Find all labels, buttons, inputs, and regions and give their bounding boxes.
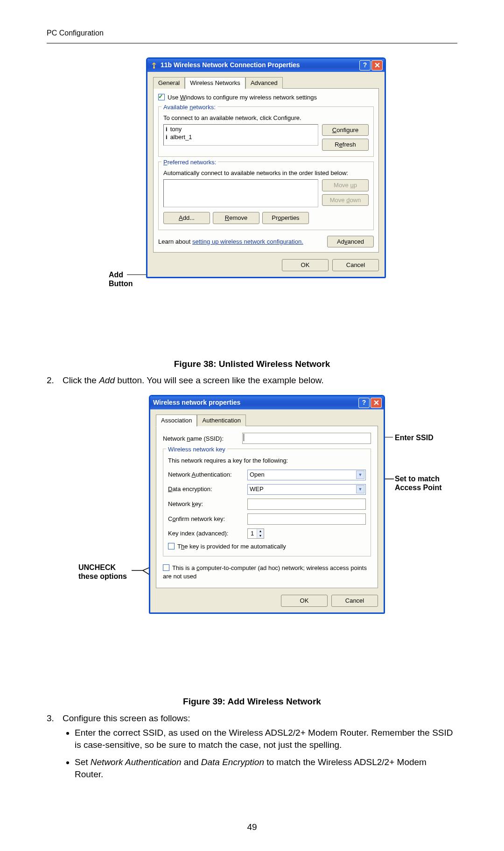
tab-wireless[interactable]: Wireless Networks <box>185 77 245 90</box>
running-head: PC Configuration <box>47 28 457 38</box>
ssid-input[interactable] <box>242 433 371 444</box>
page-number: 49 <box>0 821 504 833</box>
header-rule <box>47 43 457 43</box>
tab-general[interactable]: General <box>153 77 185 89</box>
tab-authentication[interactable]: Authentication <box>197 415 245 427</box>
document-page: PC Configuration Add Button 11b Wireless… <box>0 0 504 851</box>
help-button[interactable]: ? <box>358 398 370 408</box>
network-key-input[interactable] <box>247 499 366 510</box>
group-preferred: Preferred networks: Automatically connec… <box>158 162 374 230</box>
tab-row: AssociationAuthentication <box>156 414 378 427</box>
checkbox-adhoc[interactable] <box>163 564 169 571</box>
step-number: 3. <box>47 712 63 724</box>
tab-advanced[interactable]: Advanced <box>245 77 283 89</box>
configure-button[interactable]: Configure <box>322 124 369 136</box>
confirm-key-input[interactable] <box>247 513 366 525</box>
help-button[interactable]: ? <box>359 60 371 70</box>
key-help: This network requires a key for the foll… <box>168 457 366 465</box>
list-item[interactable]: albert_1 <box>170 134 192 141</box>
remove-button[interactable]: Remove <box>213 212 259 224</box>
titlebar-text: Wireless network properties <box>153 398 357 407</box>
tab-row: GeneralWireless NetworksAdvanced <box>153 77 379 89</box>
step-3-text: Configure this screen as follows: <box>63 712 190 724</box>
use-windows-row[interactable]: Use Windows to configure my wireless net… <box>158 93 374 102</box>
group-available: Available networks: To connect to an ava… <box>158 106 374 157</box>
wireless-icon <box>150 62 158 69</box>
close-button[interactable] <box>371 60 383 70</box>
bullet-list: Enter the correct SSID, as used on the W… <box>75 727 457 781</box>
step-number: 2. <box>47 374 63 387</box>
moveup-button[interactable]: Move up <box>322 179 369 191</box>
dialog-wireless-network-properties: Wireless network properties ? Associatio… <box>149 395 385 614</box>
preferred-networks-list[interactable] <box>163 179 318 207</box>
figure-38-caption: Figure 38: Unlisted Wireless Network <box>47 358 457 370</box>
callout-add-button: Add Button <box>109 270 133 288</box>
adhoc-row[interactable]: This is a computer-to-computer (ad hoc) … <box>163 564 371 580</box>
titlebar: 11b Wireless Network Connection Properti… <box>147 59 385 72</box>
bullet-item: Enter the correct SSID, as used on the W… <box>75 727 457 751</box>
dialog-wireless-properties: 11b Wireless Network Connection Properti… <box>146 57 386 278</box>
group-wireless-key: Wireless network key This network requir… <box>163 449 371 556</box>
properties-button[interactable]: Properties <box>262 212 309 224</box>
callout-set-to-match: Set to matchAccess Point <box>395 474 441 492</box>
ok-button[interactable]: OK <box>281 595 328 607</box>
close-icon <box>375 63 380 68</box>
preferred-help: Automatically connect to available netwo… <box>163 169 369 177</box>
ssid-row: Network name (SSID): <box>163 433 371 444</box>
advanced-button[interactable]: Advanced <box>327 236 374 248</box>
learn-link[interactable]: setting up wireless network configuratio… <box>192 238 303 245</box>
titlebar-text: 11b Wireless Network Connection Properti… <box>161 61 358 70</box>
network-item-icon: i <box>166 134 168 141</box>
close-button[interactable] <box>371 398 382 408</box>
figure-38-wrap: Add Button 11b Wireless Network Connecti… <box>47 57 457 356</box>
callout-enter-ssid: Enter SSID <box>395 433 434 442</box>
tab-association[interactable]: Association <box>156 415 197 427</box>
callout-uncheck: UNCHECKthese options <box>78 563 127 581</box>
data-encryption-select[interactable]: WEP ▼ <box>247 484 366 495</box>
list-item[interactable]: tony <box>170 126 182 133</box>
chevron-up-icon: ▲ <box>257 529 264 534</box>
ok-button[interactable]: OK <box>282 259 329 271</box>
figure-39-wrap: Enter SSID Set to matchAccess Point UNCH… <box>47 395 457 694</box>
cancel-button[interactable]: Cancel <box>331 595 378 607</box>
learn-text: Learn about setting up wireless network … <box>158 238 323 246</box>
key-index-stepper[interactable]: 1 ▲▼ <box>247 528 264 539</box>
refresh-button[interactable]: Refresh <box>322 139 369 151</box>
cancel-button[interactable]: Cancel <box>332 259 379 271</box>
svg-point-1 <box>153 67 155 69</box>
chevron-down-icon: ▼ <box>356 471 364 479</box>
chevron-down-icon: ▼ <box>356 485 364 493</box>
bullet-item: Set Network Authentication and Data Encr… <box>75 756 457 780</box>
auto-key-row[interactable]: The key is provided for me automatically <box>168 542 366 551</box>
close-icon <box>374 400 379 405</box>
available-help: To connect to an available network, clic… <box>163 114 369 122</box>
figure-39-caption: Figure 39: Add Wireless Network <box>47 696 457 708</box>
checkbox-use-windows[interactable] <box>158 94 165 100</box>
add-button[interactable]: Add... <box>163 212 210 224</box>
titlebar: Wireless network properties ? <box>150 396 384 409</box>
chevron-down-icon: ▼ <box>257 534 264 538</box>
network-item-icon: i <box>166 126 168 133</box>
available-networks-list[interactable]: itony ialbert_1 <box>163 124 318 146</box>
checkbox-auto-key[interactable] <box>168 543 175 549</box>
movedown-button[interactable]: Move down <box>322 194 369 206</box>
network-auth-select[interactable]: Open ▼ <box>247 470 366 480</box>
step-2-text: Click the Add button. You will see a scr… <box>63 374 324 387</box>
